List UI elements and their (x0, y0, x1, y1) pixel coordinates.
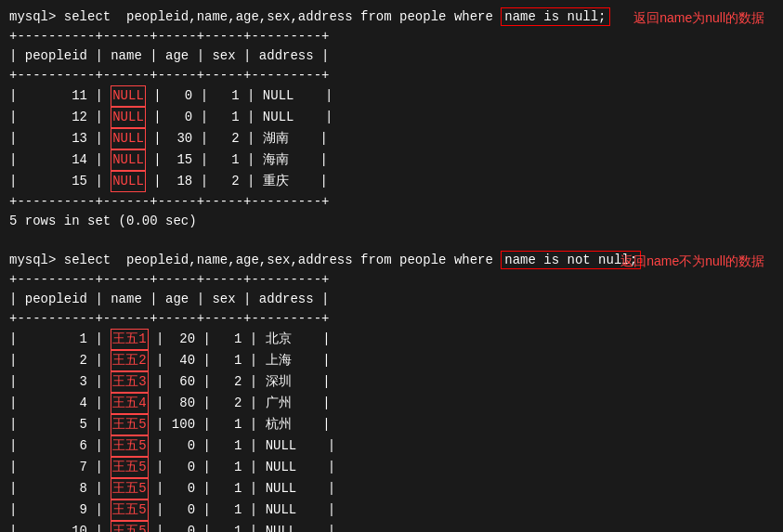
name-cell: 王五5 (111, 414, 148, 435)
table-row: | 2 | 王五2 | 40 | 1 | 上海 | (9, 350, 774, 371)
table2-sep-top: +----------+------+-----+-----+---------… (9, 270, 774, 290)
name-cell: 王五4 (111, 393, 148, 414)
name-cell: 王五5 (111, 457, 148, 478)
table-row: | 15 | NULL | 18 | 2 | 重庆 | (9, 171, 774, 192)
table-row: | 4 | 王五4 | 80 | 2 | 广州 | (9, 393, 774, 414)
null-cell: NULL (111, 128, 146, 149)
null-cell: NULL (111, 85, 146, 107)
name-cell: 王五5 (111, 435, 148, 457)
prompt1: mysql> select peopleid,name,age,sex,addr… (9, 9, 501, 24)
table-row: | 3 | 王五3 | 60 | 2 | 深圳 | (9, 371, 774, 393)
table1-rowcount: 5 rows in set (0.00 sec) (9, 212, 774, 231)
annotation2: 返回name不为null的数据 (620, 253, 764, 270)
table-row: | 1 | 王五1 | 20 | 1 | 北京 | (9, 329, 774, 350)
name-cell: 王五1 (111, 329, 148, 350)
prompt2: mysql> select peopleid,name,age,sex,addr… (9, 253, 501, 267)
table2-sep-mid: +----------+------+-----+-----+---------… (9, 309, 774, 329)
table-row: | 11 | NULL | 0 | 1 | NULL | (9, 85, 774, 107)
name-cell: 王五3 (111, 371, 148, 393)
table-row: | 7 | 王五5 | 0 | 1 | NULL | (9, 457, 774, 478)
name-cell: 王五2 (111, 350, 148, 371)
table-row: | 14 | NULL | 15 | 1 | 海南 | (9, 149, 774, 171)
blank-line1 (9, 231, 774, 251)
table-row: | 5 | 王五5 | 100 | 1 | 杭州 | (9, 414, 774, 435)
table1-sep-mid: +----------+------+-----+-----+---------… (9, 66, 774, 85)
table2-header: | peopleid | name | age | sex | address … (9, 290, 774, 309)
null-cell: NULL (111, 107, 146, 128)
name-cell: 王五5 (111, 521, 148, 532)
terminal: mysql> select peopleid,name,age,sex,addr… (0, 0, 783, 532)
null-cell: NULL (111, 149, 146, 171)
annotation1: 返回name为null的数据 (633, 10, 764, 27)
null-cell: NULL (111, 171, 146, 192)
table-row: | 6 | 王五5 | 0 | 1 | NULL | (9, 435, 774, 457)
table-row: | 9 | 王五5 | 0 | 1 | NULL | (9, 500, 774, 521)
table1-sep-top: +----------+------+-----+-----+---------… (9, 27, 774, 46)
name-cell: 王五5 (111, 500, 148, 521)
table1-header: | peopleid | name | age | sex | address … (9, 46, 774, 66)
query1-highlight: name is null; (501, 7, 609, 26)
table-row: | 10 | 王五5 | 0 | 1 | NULL | (9, 521, 774, 532)
name-cell: 王五5 (111, 478, 148, 500)
table-row: | 8 | 王五5 | 0 | 1 | NULL | (9, 478, 774, 500)
table-row: | 13 | NULL | 30 | 2 | 湖南 | (9, 128, 774, 149)
table1-sep-bot: +----------+------+-----+-----+---------… (9, 192, 774, 212)
table-row: | 12 | NULL | 0 | 1 | NULL | (9, 107, 774, 128)
